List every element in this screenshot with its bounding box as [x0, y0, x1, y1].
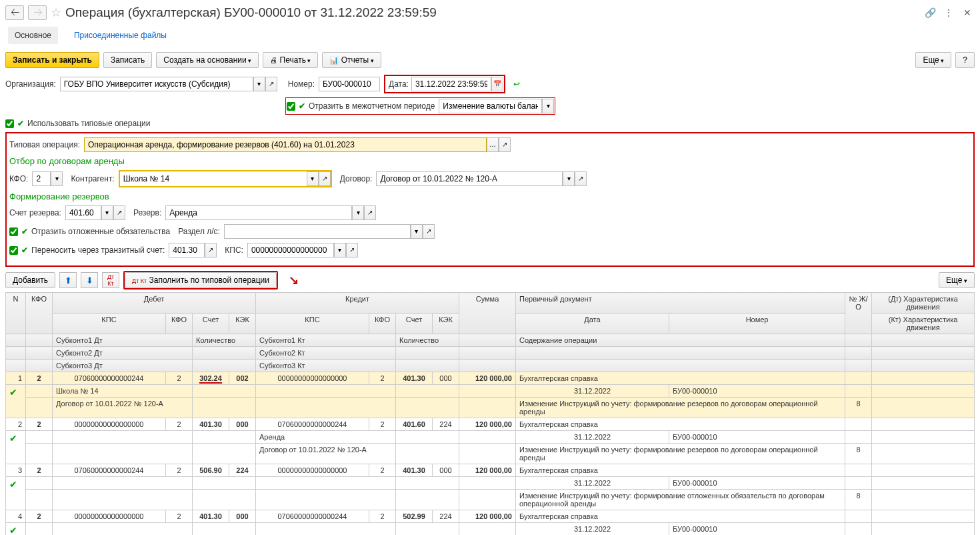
kontragent-label: Контрагент:	[71, 174, 114, 183]
dogovor-dropdown[interactable]: ▾	[563, 171, 575, 186]
col-sub2kt: Субконто2 Кт	[256, 347, 396, 360]
dogovor-input[interactable]	[376, 171, 563, 186]
main-toolbar: Записать и закрыть Записать Создать на о…	[5, 52, 975, 68]
razdel-input[interactable]	[224, 224, 411, 239]
col-kfo: КФО	[26, 293, 53, 334]
col-sum: Сумма	[459, 293, 516, 334]
kps-open[interactable]: ↗	[346, 243, 358, 257]
tab-attached[interactable]: Присоединенные файлы	[67, 27, 173, 44]
kontragent-input[interactable]	[120, 171, 307, 186]
table-row[interactable]: 3 2 07060000000000244 2 506.90 224 00000…	[6, 464, 975, 477]
typical-input[interactable]	[84, 137, 487, 152]
move-down-button[interactable]: ⬇	[81, 272, 98, 288]
table-row[interactable]: ✔ 31.12.2022БУ00-000010	[6, 477, 975, 490]
reports-button[interactable]: 📊 Отчеты	[322, 52, 381, 68]
more-button[interactable]: Еще	[915, 52, 951, 68]
dtkt-button[interactable]: ДтКт	[102, 272, 119, 288]
col-qty-kt: Количество	[396, 334, 459, 347]
fill-button[interactable]: Дт Кт Заполнить по типовой операции	[125, 272, 277, 288]
typical-label: Типовая операция:	[9, 140, 80, 149]
col-kt-kek: КЭК	[433, 314, 459, 334]
table-row[interactable]: 1 2 07060000000000244 2 302.24 002 00000…	[6, 372, 975, 385]
kps-input[interactable]	[247, 243, 334, 257]
kfo-dropdown[interactable]: ▾	[51, 171, 63, 186]
org-row: Организация: ▾ ↗ Номер: Дата: 📅 ↩	[5, 75, 975, 93]
col-char-kt: (Кт) Характеристика движения	[872, 314, 975, 334]
close-icon[interactable]: ✕	[960, 5, 975, 20]
nav-back[interactable]: 🡠	[5, 5, 24, 20]
transit-open[interactable]: ↗	[205, 243, 217, 257]
col-n: N	[6, 293, 26, 334]
reserve-input[interactable]	[165, 205, 352, 220]
kps-label: КПС:	[225, 245, 243, 255]
kontragent-open[interactable]: ↗	[319, 171, 331, 186]
kfo-label: КФО:	[9, 174, 28, 183]
date-picker[interactable]: 📅	[491, 77, 503, 91]
table-row[interactable]: 2 2 00000000000000000 2 401.30 000 07060…	[6, 418, 975, 431]
org-dropdown[interactable]: ▾	[253, 77, 265, 91]
kps-dropdown[interactable]: ▾	[334, 243, 346, 257]
reserve-label: Резерв:	[133, 208, 161, 217]
header: 🡠 🡢 ☆ Операция (бухгалтерская) БУ00-0000…	[5, 5, 975, 20]
col-kt-kfo2: КФО	[369, 314, 396, 334]
favorite-icon[interactable]: ☆	[51, 5, 61, 20]
help-button[interactable]: ?	[955, 52, 975, 68]
balance-change-input[interactable]	[439, 99, 542, 113]
kfo-input[interactable]	[32, 171, 51, 186]
table-row[interactable]: 4 2 00000000000000000 2 401.30 000 07060…	[6, 510, 975, 523]
reserve-dropdown[interactable]: ▾	[352, 205, 364, 220]
transit-checkbox[interactable]: ✔ Переносить через транзитный счет:	[9, 245, 165, 255]
reserve-open[interactable]: ↗	[364, 205, 376, 220]
date-input[interactable]	[411, 77, 491, 91]
account-dropdown[interactable]: ▾	[101, 205, 113, 220]
col-kt-account: Счет	[396, 314, 433, 334]
col-sub2dt: Субконто2 Дт	[53, 347, 193, 360]
org-open[interactable]: ↗	[265, 77, 277, 91]
data-grid[interactable]: N КФО Дебет Кредит Сумма Первичный докум…	[5, 292, 975, 535]
account-label: Счет резерва:	[9, 208, 61, 217]
table-more-button[interactable]: Еще	[939, 272, 975, 288]
typical-open[interactable]: ↗	[499, 137, 511, 152]
razdel-dropdown[interactable]: ▾	[411, 224, 423, 239]
number-input[interactable]	[319, 77, 380, 91]
dogovor-open[interactable]: ↗	[575, 171, 587, 186]
tabs: Основное Присоединенные файлы	[5, 27, 975, 44]
save-button[interactable]: Записать	[103, 52, 152, 68]
razdel-label: Раздел л/с:	[178, 227, 220, 236]
col-zo: № Ж/О	[845, 293, 872, 334]
razdel-open[interactable]: ↗	[423, 224, 435, 239]
use-typical-checkbox[interactable]: ✔ Использовать типовые операции	[5, 119, 150, 128]
tab-main[interactable]: Основное	[8, 27, 58, 44]
account-input[interactable]	[65, 205, 101, 220]
kontragent-dropdown[interactable]: ▾	[307, 171, 319, 186]
col-sub1kt: Субконто1 Кт	[256, 334, 396, 347]
table-row[interactable]: ✔ Школа № 14 31.12.2022БУ00-000010	[6, 385, 975, 398]
table-row[interactable]: Договор от 10.01.2022 № 120-А Изменение …	[6, 444, 975, 464]
org-input[interactable]	[60, 77, 253, 91]
table-row[interactable]: ✔ Аренда 31.12.2022БУ00-000010	[6, 431, 975, 444]
print-button[interactable]: 🖨 Печать	[263, 52, 318, 68]
col-desc: Содержание операции	[516, 334, 845, 347]
transit-account-input[interactable]	[169, 243, 205, 257]
org-label: Организация:	[5, 79, 56, 89]
number-label: Номер:	[288, 79, 315, 89]
table-row[interactable]: Договор от 10.01.2022 № 120-А Изменение …	[6, 398, 975, 418]
status-icon: ↩	[513, 79, 520, 89]
account-open[interactable]: ↗	[113, 205, 125, 220]
menu-icon[interactable]: ⋮	[941, 5, 956, 20]
create-based-button[interactable]: Создать на основании	[156, 52, 259, 68]
move-up-button[interactable]: ⬆	[59, 272, 77, 288]
save-close-button[interactable]: Записать и закрыть	[5, 52, 99, 68]
link-icon[interactable]: 🔗	[923, 5, 937, 20]
reflect-checkbox[interactable]: ✔ Отразить в межотчетном периоде	[287, 101, 435, 111]
table-row[interactable]: ✔ 31.12.2022БУ00-000010	[6, 523, 975, 536]
nav-forward[interactable]: 🡢	[28, 5, 47, 20]
table-row[interactable]: Изменение Инструкций по учету: формирова…	[6, 490, 975, 510]
typical-select[interactable]: …	[487, 137, 499, 152]
add-button[interactable]: Добавить	[5, 272, 55, 288]
balance-dropdown[interactable]: ▾	[542, 99, 554, 113]
arrow-annotation: ↘	[289, 273, 299, 288]
deferred-checkbox[interactable]: ✔ Отразить отложенные обязательства	[9, 227, 170, 236]
col-sub3kt: Субконто3 Кт	[256, 360, 396, 372]
col-dt-kek: КЭК	[229, 314, 256, 334]
